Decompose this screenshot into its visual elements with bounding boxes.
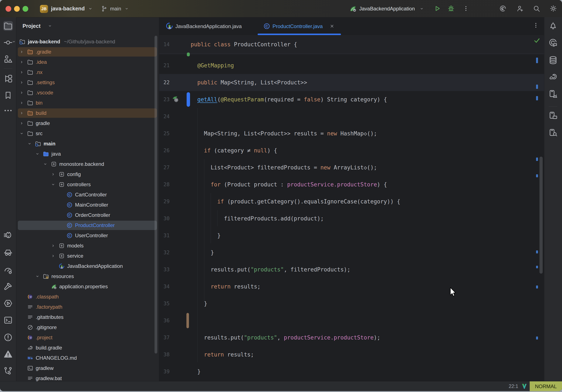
cat-tool-button[interactable] (3, 231, 13, 240)
shapes-tool-button[interactable] (3, 54, 13, 64)
tree-item-.settings[interactable]: .settings (16, 77, 158, 88)
problems-tool-button[interactable] (3, 333, 13, 342)
profiler-tool-button[interactable] (3, 265, 13, 275)
tree-item-.gitignore[interactable]: .gitignore (16, 322, 158, 333)
tree-item-OrderController[interactable]: COrderController (16, 210, 158, 220)
code-line-39[interactable]: } (159, 363, 201, 380)
tree-item-main[interactable]: main (16, 139, 158, 149)
tree-item-.project[interactable]: .project (16, 333, 158, 343)
tree-item-.nx[interactable]: .nx (16, 67, 158, 77)
terminal_t-tool-button[interactable] (3, 315, 13, 325)
code-line-22[interactable]: public Map<String, List<Product>> (159, 74, 307, 91)
chevron-right-icon[interactable] (19, 121, 24, 126)
tree-item-gradle[interactable]: gradle (16, 118, 158, 128)
chevron-down-icon[interactable] (35, 151, 40, 156)
code-line-21[interactable]: @GetMapping (159, 57, 234, 74)
minimize-window-button[interactable] (14, 6, 20, 12)
chevron-down-icon[interactable] (43, 162, 48, 167)
more_h-tool-button[interactable] (3, 106, 13, 115)
tree-item-java[interactable]: java (16, 149, 158, 159)
code-line-25[interactable]: Map<String, List<Product>> results = new… (159, 125, 377, 142)
chevron-right-icon[interactable] (51, 253, 56, 259)
chevron-right-icon[interactable] (19, 100, 24, 106)
code-line-34[interactable]: return results; (159, 278, 261, 295)
code-line-23[interactable]: getAll(@RequestParam(required = false) S… (159, 91, 387, 108)
search-everywhere-button[interactable] (533, 5, 540, 12)
debug-button[interactable] (447, 5, 455, 12)
dev_android-tool-button[interactable] (548, 89, 558, 99)
code-line-32[interactable]: } (159, 244, 214, 261)
tree-item-bin[interactable]: bin (16, 98, 158, 108)
tree-item-CHANGELOG.md[interactable]: MCHANGELOG.md (16, 353, 158, 363)
project-selector[interactable]: java-backend (51, 0, 85, 17)
warning-tool-button[interactable] (3, 349, 13, 359)
code-line-37[interactable]: results.put("products", productService.p… (159, 329, 380, 346)
tree-item-build[interactable]: build (16, 108, 158, 118)
tree-item-java-backend[interactable]: java-backend~/Github/java-backend (16, 36, 158, 47)
chevron-right-icon[interactable] (19, 59, 24, 65)
tree-item-.vscode[interactable]: .vscode (16, 88, 158, 98)
database-tool-button[interactable] (548, 55, 558, 65)
code-line-29[interactable]: if (product.getCategory().equalsIgnoreCa… (159, 193, 400, 210)
code-line-33[interactable]: results.put("products", filteredProducts… (159, 261, 350, 278)
bell-tool-button[interactable] (548, 21, 558, 31)
chevron-right-icon[interactable] (19, 80, 24, 85)
tree-item-UserController[interactable]: CUserController (16, 230, 158, 241)
tree-item-.gitattributes[interactable]: .gitattributes (16, 312, 158, 322)
chevron-down-icon[interactable] (11, 39, 16, 44)
bookmarks-tool-button[interactable] (3, 90, 13, 100)
hammer-tool-button[interactable] (3, 282, 13, 291)
tree-item-CartController[interactable]: CCartController (16, 190, 158, 200)
incognito-tool-button[interactable] (3, 247, 13, 257)
tab-javabackendapplication[interactable]: JavaBackendApplication.java (175, 17, 242, 35)
ai-assistant-button[interactable] (499, 5, 507, 12)
editor-scrollbar[interactable] (539, 157, 543, 273)
chevron-right-icon[interactable] (51, 243, 56, 248)
code-line-26[interactable]: if (category ≠ null) { (159, 142, 277, 159)
settings-button[interactable] (549, 4, 557, 12)
chevron-right-icon[interactable] (19, 70, 24, 75)
project-panel-header[interactable]: Project (23, 20, 41, 32)
structure-tool-button[interactable] (3, 74, 13, 83)
caret-position-widget[interactable]: 22:1 (499, 381, 518, 391)
code-with-me-button[interactable] (516, 5, 524, 12)
tree-item-MainController[interactable]: CMainController (16, 200, 158, 210)
ideavim-icon[interactable] (521, 383, 527, 390)
tree-item-JavaBackendApplication[interactable]: JavaBackendApplication (16, 261, 158, 271)
run-configuration-selector[interactable]: JavaBackendApplication (359, 0, 415, 17)
close-window-button[interactable] (6, 6, 11, 12)
close-tab-icon[interactable] (329, 24, 335, 29)
tree-item-service[interactable]: service (16, 251, 158, 261)
git_branch-tool-button[interactable] (3, 366, 13, 376)
code-line-30[interactable]: filteredProducts.add(product); (159, 210, 324, 227)
tree-item-.gradle[interactable]: .gradle (16, 47, 158, 57)
tree-item-ProductController[interactable]: CProductController (16, 220, 158, 230)
tree-item-controllers[interactable]: controllers (16, 179, 158, 190)
tree-item-.classpath[interactable]: .classpath (16, 292, 158, 302)
more-actions-button[interactable] (463, 5, 469, 12)
code-line-27[interactable]: List<Product> filteredProducts = new Arr… (159, 159, 377, 176)
code-line-28[interactable]: for (Product product : productService.pr… (159, 176, 387, 193)
gradle-tool-button[interactable] (548, 72, 558, 82)
project-tool-button[interactable] (3, 21, 13, 31)
chevron-right-icon[interactable] (19, 90, 24, 95)
run-button[interactable] (433, 5, 441, 12)
tree-item-monostore.backend[interactable]: monostore.backend (16, 159, 158, 169)
tree-item-models[interactable]: models (16, 241, 158, 251)
dev_layers-tool-button[interactable] (548, 110, 558, 120)
vim-mode-badge[interactable]: NORMAL (530, 381, 562, 391)
chevron-right-icon[interactable] (19, 110, 24, 116)
tree-item-.idea[interactable]: .idea (16, 57, 158, 67)
tree-item-application.properties[interactable]: application.properties (16, 282, 158, 292)
tree-scrollbar[interactable] (154, 36, 157, 354)
tree-item-config[interactable]: config (16, 169, 158, 179)
ai_chat-tool-button[interactable] (548, 38, 558, 48)
maximize-window-button[interactable] (23, 6, 28, 12)
tab-productcontroller[interactable]: ProductController.java (272, 17, 323, 35)
dev_search-tool-button[interactable] (548, 128, 558, 138)
chevron-down-icon[interactable] (51, 182, 56, 187)
code-line-38[interactable]: return results; (159, 346, 254, 363)
code-line-35[interactable]: } (159, 295, 207, 312)
services-tool-button[interactable] (3, 298, 13, 308)
inspections-ok-icon[interactable] (533, 36, 541, 44)
